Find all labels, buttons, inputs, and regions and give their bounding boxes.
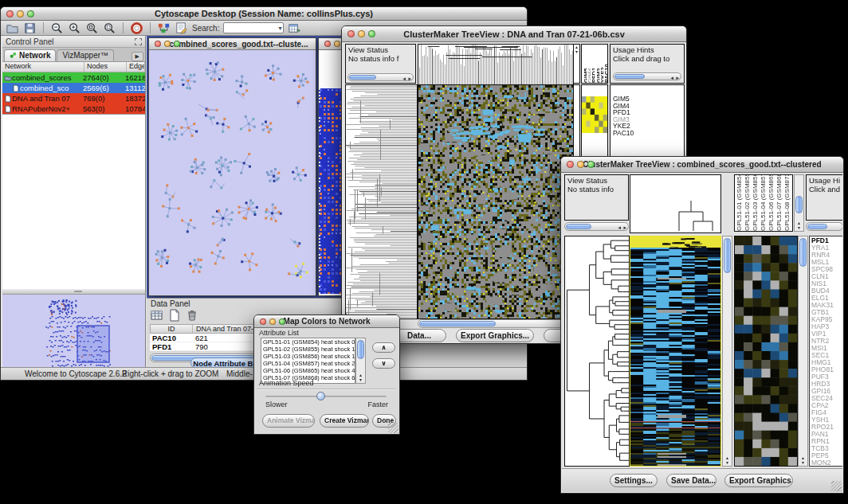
close-icon[interactable]: [347, 30, 355, 37]
tv1-row-dendrogram[interactable]: [345, 84, 418, 319]
birdseye-canvas[interactable]: [4, 295, 144, 367]
network-canvas[interactable]: [149, 50, 316, 295]
create-vizmap-button[interactable]: Create Vizmap: [320, 414, 369, 428]
minimize-icon[interactable]: [577, 161, 584, 168]
minimize-icon[interactable]: [17, 10, 24, 18]
attribute-item[interactable]: GPL51-04 (GSM857) heat shock 20 min: [261, 360, 355, 367]
scrollbar-thumb[interactable]: [349, 75, 376, 80]
tab-overflow-icon[interactable]: ▶: [132, 52, 143, 61]
scroll-arrows[interactable]: ▴▾: [799, 455, 807, 465]
tab-network[interactable]: Network: [4, 49, 56, 61]
network-table-row[interactable]: combined_scores 2764(0) 16218(0): [2, 72, 145, 83]
scrollbar-thumb[interactable]: [795, 196, 803, 213]
column-label[interactable]: GPL51-07 (GSM868): [775, 175, 783, 231]
zoom-fit-icon[interactable]: [85, 21, 99, 35]
tv1-heatmap[interactable]: [418, 84, 574, 319]
scroll-arrows[interactable]: ▴▾: [356, 373, 365, 382]
resize-grip[interactable]: [831, 481, 842, 491]
tv2-usage-scrollbar[interactable]: [806, 222, 842, 231]
scrollbar-thumb[interactable]: [724, 238, 731, 273]
attribute-item[interactable]: GPL51-06 (GSM865) heat shock 40 min: [261, 367, 355, 374]
zoom-window-icon[interactable]: [587, 161, 595, 168]
move-up-button[interactable]: ∧: [372, 342, 395, 353]
close-icon[interactable]: [260, 318, 266, 325]
treeview2-title-bar[interactable]: ClusterMaker TreeView : combined_scores_…: [561, 157, 843, 173]
scroll-right-icon[interactable]: ▸: [408, 76, 411, 81]
slider-thumb[interactable]: [316, 392, 325, 400]
tv2-gene-vscrollbar[interactable]: ▴▾: [798, 236, 808, 467]
new-network-icon[interactable]: [157, 21, 171, 35]
animation-speed-slider[interactable]: [265, 396, 387, 397]
tv1-zoom-heatmap[interactable]: [582, 96, 607, 133]
tv1-column-dendrogram[interactable]: [418, 44, 574, 85]
scroll-right-icon[interactable]: ▸: [623, 225, 626, 230]
tv1-export-graphics-button[interactable]: Export Graphics...: [456, 329, 534, 342]
attribute-table-icon[interactable]: [151, 309, 163, 322]
network-table-row[interactable]: RNAPuberNov2+ 563(0) 107847(0): [2, 104, 145, 114]
zoom-window-icon[interactable]: [368, 30, 375, 37]
network-tree-area[interactable]: [2, 114, 145, 289]
delete-attribute-icon[interactable]: [186, 309, 198, 322]
search-dropdown-icon[interactable]: ▾: [278, 24, 281, 33]
minimize-icon[interactable]: [358, 30, 365, 37]
tv2-zoom-heatmap[interactable]: [734, 236, 798, 467]
column-label[interactable]: GPL51-04 (GSM857): [760, 175, 768, 231]
float-panel-icon[interactable]: [135, 38, 142, 45]
scrollbar-thumb[interactable]: [799, 238, 807, 267]
open-session-icon[interactable]: [6, 21, 19, 35]
tv1-save-data-button[interactable]: Data...: [392, 329, 446, 342]
tv2-heatmap[interactable]: [630, 236, 720, 466]
tv2-row-dendrogram[interactable]: [564, 236, 630, 467]
minimize-icon[interactable]: [164, 41, 171, 47]
birdseye-view[interactable]: [2, 294, 145, 367]
scroll-down-icon[interactable]: ▾: [575, 49, 578, 54]
dialog-title-bar[interactable]: Map Colors to Network: [254, 315, 399, 328]
help-lifering-icon[interactable]: [130, 21, 143, 35]
minimize-icon[interactable]: [334, 41, 340, 47]
tv2-settings-button[interactable]: Settings...: [610, 474, 658, 487]
tab-vizmapper[interactable]: VizMapper™: [57, 49, 114, 61]
tv1-mini-vscrollbar[interactable]: ▴ ▾: [573, 44, 580, 84]
column-label[interactable]: GPL51-01 (GSM854): [736, 175, 744, 231]
zoom-window-icon[interactable]: [27, 10, 34, 18]
scrollbar-thumb[interactable]: [419, 321, 496, 326]
attribute-list-scrollbar[interactable]: ▴▾: [355, 338, 366, 384]
scrollbar-thumb[interactable]: [566, 224, 591, 229]
close-icon[interactable]: [155, 41, 161, 47]
move-down-button[interactable]: ∨: [372, 358, 395, 369]
save-session-icon[interactable]: [23, 21, 37, 35]
tv2-status-scrollbar[interactable]: ◂ ▸: [564, 222, 629, 231]
attribute-item[interactable]: GPL51-02 (GSM855) heat shock 10 min: [261, 346, 355, 353]
network-table-row[interactable]: DNA and Tran 07 769(0) 183728(0): [2, 93, 145, 104]
search-input[interactable]: ▾: [223, 22, 284, 33]
network-table-row[interactable]: combined_sco 2569(6) 13112(15): [2, 83, 145, 93]
column-label[interactable]: GPL51-03 (GSM856): [752, 175, 760, 231]
zoom-window-icon[interactable]: [174, 41, 180, 47]
main-title-bar[interactable]: Cytoscape Desktop (Session Name: collins…: [1, 7, 527, 21]
column-label[interactable]: GPL51-06 (GSM865): [768, 175, 775, 231]
column-label[interactable]: GPL51-02 (GSM855): [744, 175, 752, 231]
scroll-left-icon[interactable]: ◂: [402, 76, 406, 81]
close-icon[interactable]: [567, 161, 574, 168]
scroll-left-icon[interactable]: ◂: [670, 75, 673, 80]
scroll-right-icon[interactable]: ▸: [676, 75, 679, 80]
annotation-icon[interactable]: [175, 21, 188, 35]
gene-label[interactable]: PAC10: [613, 130, 634, 137]
zoom-out-icon[interactable]: [50, 21, 64, 35]
resize-grip[interactable]: [388, 423, 398, 433]
treeview1-title-bar[interactable]: ClusterMaker TreeView : DNA and Tran 07-…: [342, 26, 686, 42]
column-label[interactable]: PAC10: [603, 45, 607, 83]
scrollbar-thumb[interactable]: [357, 340, 364, 359]
scroll-left-icon[interactable]: ◂: [618, 225, 621, 230]
column-label[interactable]: GPL51-08 (GSM872): [783, 175, 791, 231]
tv2-export-graphics-button[interactable]: Export Graphics...: [724, 474, 793, 487]
tv1-usage-scrollbar[interactable]: ◂ ▸: [613, 72, 681, 80]
column-label[interactable]: GIM3: [595, 45, 599, 83]
close-icon[interactable]: [6, 10, 14, 18]
tv1-status-scrollbar[interactable]: ◂ ▸: [347, 73, 414, 81]
import-table-icon[interactable]: [288, 21, 301, 35]
column-label[interactable]: PFD1: [591, 45, 595, 83]
tv2-main-vscrollbar[interactable]: ▴▾: [722, 236, 732, 467]
animate-vizmap-button[interactable]: Animate Vizmap: [262, 414, 315, 428]
close-icon[interactable]: [324, 41, 331, 47]
